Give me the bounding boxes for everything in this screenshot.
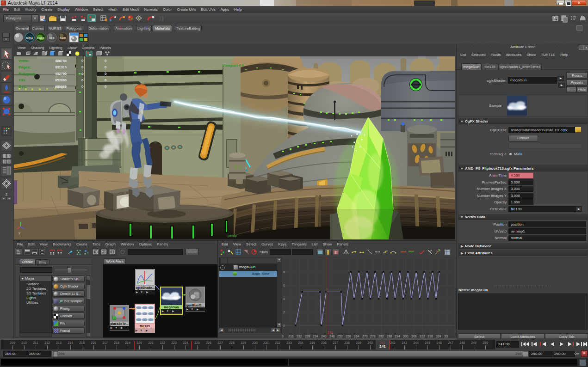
svg-text:0: 0 [81,85,84,89]
svg-text:452790: 452790 [55,72,67,76]
svg-text:224: 224 [183,341,188,344]
svg-text:Polygons:: Polygons: [19,72,37,76]
svg-text:Tris:: Tris: [19,78,26,82]
svg-text:211: 211 [33,341,38,344]
svg-text:Viewport 4.0: Viewport 4.0 [222,63,244,67]
svg-text:219: 219 [125,341,130,344]
svg-text:223: 223 [171,341,177,344]
svg-text:236: 236 [321,341,327,344]
svg-text:233: 233 [286,341,292,344]
svg-text:0: 0 [81,78,84,82]
svg-text:y: y [19,231,20,235]
svg-text:232: 232 [275,341,280,344]
svg-text:Edges:: Edges: [19,65,31,69]
svg-text:931310: 931310 [55,65,67,69]
svg-text:250: 250 [483,341,488,344]
svg-text:227: 227 [217,341,223,344]
svg-text:214: 214 [68,341,73,344]
svg-text:Verts:: Verts: [19,59,29,63]
svg-text:0: 0 [283,324,285,327]
svg-text:226: 226 [206,341,211,344]
svg-text:UVs:: UVs: [19,85,27,89]
svg-text:486754: 486754 [55,59,67,63]
svg-text:8: 8 [283,270,285,274]
svg-text:245: 245 [425,341,430,344]
svg-text:SFX: SFX [49,37,55,39]
svg-text:218: 218 [114,341,119,344]
svg-text:249: 249 [471,341,477,344]
svg-text:244: 244 [413,341,419,344]
svg-text:238: 238 [344,341,350,344]
svg-text:221: 221 [148,341,154,344]
svg-text:246: 246 [436,341,442,344]
svg-text:241: 241 [328,331,333,334]
svg-text:241: 241 [379,344,386,349]
svg-text:225: 225 [194,341,200,344]
svg-text:228: 228 [229,341,235,344]
svg-text:234: 234 [298,341,303,344]
svg-text:0: 0 [105,72,107,76]
svg-text:0: 0 [81,59,84,63]
svg-text:DX11: DX11 [26,37,33,39]
svg-text:0: 0 [81,65,84,69]
svg-text:persp: persp [228,233,237,238]
svg-text:SBX: SBX [60,37,66,39]
svg-text:240: 240 [367,341,373,344]
svg-text:230: 230 [252,341,258,344]
svg-text:6: 6 [283,284,285,287]
svg-text:0: 0 [105,65,107,69]
svg-text:222: 222 [160,341,165,344]
svg-text:216: 216 [91,341,96,344]
svg-text:248: 248 [459,341,465,344]
svg-text:210: 210 [21,341,27,344]
svg-text:237: 237 [333,341,338,344]
svg-text:0: 0 [105,85,107,89]
svg-text:247: 247 [448,341,453,344]
svg-text:0: 0 [105,59,107,63]
svg-text:0: 0 [105,78,107,82]
svg-text:215: 215 [79,341,85,344]
svg-text:229: 229 [241,341,246,344]
svg-text:2: 2 [283,311,285,314]
svg-text:239: 239 [356,341,361,344]
svg-text:241: 241 [380,341,385,344]
svg-text:4: 4 [283,297,285,300]
svg-text:212: 212 [44,341,50,344]
svg-text:235: 235 [309,341,315,344]
svg-text:242: 242 [390,341,396,344]
svg-text:CGFX: CGFX [37,37,45,39]
svg-text:220: 220 [136,341,142,344]
svg-text:609969: 609969 [55,85,67,89]
svg-text:231: 231 [263,341,269,344]
svg-text:852860: 852860 [55,78,67,82]
svg-text:213: 213 [56,341,62,344]
svg-text:243: 243 [402,341,407,344]
svg-text:217: 217 [102,341,108,344]
svg-text:209: 209 [10,341,15,344]
svg-text:0: 0 [81,72,84,76]
